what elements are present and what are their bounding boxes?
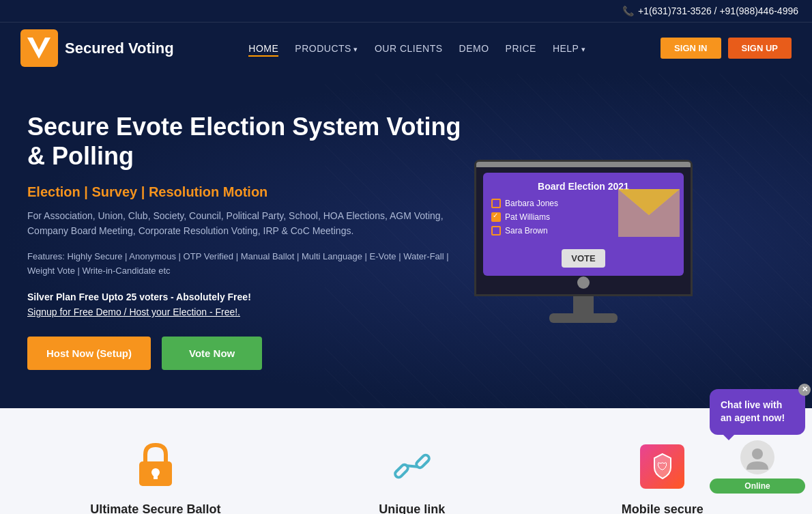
chat-avatar[interactable] [740, 440, 774, 474]
nav-links: HOME PRODUCTS OUR CLIENTS DEMO PRICE HEL… [248, 42, 585, 55]
candidate-sara: Sara Brown [505, 226, 548, 235]
monitor-base [549, 313, 618, 323]
features-section: Ultimate Secure Ballot The multi layer s… [0, 408, 812, 514]
feature-title-secure: Ultimate Secure Ballot [53, 502, 258, 514]
signup-button[interactable]: SIGN UP [728, 38, 792, 59]
mobile-icon-box: 🛡 [640, 444, 684, 489]
election-card: Board Election 2021 Barbara Jones Pat Wi… [483, 173, 684, 276]
nav-item-home[interactable]: HOME [248, 42, 278, 55]
envelope-icon [618, 189, 680, 237]
hero-content: Secure Evote Election System Voting & Po… [27, 112, 464, 371]
nav-link-products[interactable]: PRODUCTS [295, 43, 358, 54]
checkbox-barbara [491, 199, 501, 208]
nav-item-price[interactable]: PRICE [506, 42, 536, 55]
hero-subtitle: Election | Survey | Resolution Motion [27, 184, 464, 200]
secure-ballot-icon [132, 442, 179, 490]
feature-title-mobile: Mobile secure [566, 502, 759, 514]
svg-text:🛡: 🛡 [657, 461, 668, 472]
logo-link[interactable]: Secured Voting [20, 29, 174, 67]
monitor-screen: Board Election 2021 Barbara Jones Pat Wi… [474, 160, 693, 296]
hero-plan-link[interactable]: Signup for Free Demo / Host your Electio… [27, 306, 464, 317]
mobile-secure-icon: 🛡 [639, 442, 686, 490]
hero-plan-text: Silver Plan Free Upto 25 voters - Absolu… [27, 291, 464, 302]
shield-mobile-icon: 🛡 [652, 453, 673, 480]
checkbox-sara [491, 226, 501, 235]
nav-item-help[interactable]: HELP [553, 42, 586, 55]
apple-logo [577, 276, 590, 289]
nav-link-clients[interactable]: OUR CLIENTS [375, 43, 443, 54]
hero-description: For Association, Union, Club, Society, C… [27, 208, 464, 239]
svg-rect-0 [20, 29, 58, 67]
signin-button[interactable]: SIGN IN [661, 38, 721, 59]
nav-link-price[interactable]: PRICE [506, 43, 536, 54]
topbar: 📞 +1(631)731-3526 / +91(988)446-4996 [0, 0, 812, 22]
hero-image: Board Election 2021 Barbara Jones Pat Wi… [464, 160, 703, 323]
monitor-stand [474, 296, 693, 323]
hero-buttons: Host Now (Setup) Vote Now [27, 337, 464, 370]
vote-now-button[interactable]: Vote Now [162, 337, 262, 370]
candidate-pat: Pat Williams [505, 212, 550, 222]
unique-link-icon [388, 442, 436, 490]
hero-title: Secure Evote Election System Voting & Po… [27, 112, 464, 171]
nav-item-products[interactable]: PRODUCTS [295, 42, 358, 55]
feature-secure-ballot: Ultimate Secure Ballot The multi layer s… [53, 442, 258, 514]
svg-point-12 [752, 448, 763, 459]
feature-unique-link: Unique link An hash tagged unique link w… [310, 442, 514, 514]
vote-button-display: VOTE [562, 249, 605, 268]
nav-item-clients[interactable]: OUR CLIENTS [375, 42, 443, 55]
online-badge: Online [710, 479, 805, 494]
chat-bubble-text: Chat live with an agent now! [721, 399, 785, 424]
hero-section: Secure Evote Election System Voting & Po… [0, 74, 812, 408]
candidate-barbara: Barbara Jones [505, 199, 558, 208]
chat-bubble[interactable]: ✕ Chat live with an agent now! [710, 389, 805, 435]
logo-text: Secured Voting [65, 40, 174, 57]
navbar: Secured Voting HOME PRODUCTS OUR CLIENTS… [0, 22, 812, 74]
nav-buttons: SIGN IN SIGN UP [661, 38, 792, 59]
logo-icon [20, 29, 58, 67]
feature-title-link: Unique link [310, 502, 514, 514]
lock-icon [135, 442, 176, 490]
host-now-button[interactable]: Host Now (Setup) [27, 337, 151, 370]
checkbox-pat [491, 212, 501, 222]
nav-link-home[interactable]: HOME [248, 43, 278, 57]
hero-features: Features: Highly Secure | Anonymous | OT… [27, 250, 464, 279]
phone-icon: 📞 [622, 5, 634, 16]
nav-link-help[interactable]: HELP [553, 43, 586, 54]
election-monitor: Board Election 2021 Barbara Jones Pat Wi… [474, 160, 693, 323]
nav-link-demo[interactable]: DEMO [459, 43, 489, 54]
monitor-neck [573, 296, 594, 313]
agent-avatar-icon [744, 444, 771, 471]
chat-close-button[interactable]: ✕ [798, 384, 811, 396]
phone-number: +1(631)731-3526 / +91(988)446-4996 [638, 5, 798, 16]
chat-widget[interactable]: ✕ Chat live with an agent now! Online [710, 389, 805, 494]
svg-rect-7 [154, 472, 158, 479]
chain-link-icon [388, 442, 436, 490]
nav-item-demo[interactable]: DEMO [459, 42, 489, 55]
